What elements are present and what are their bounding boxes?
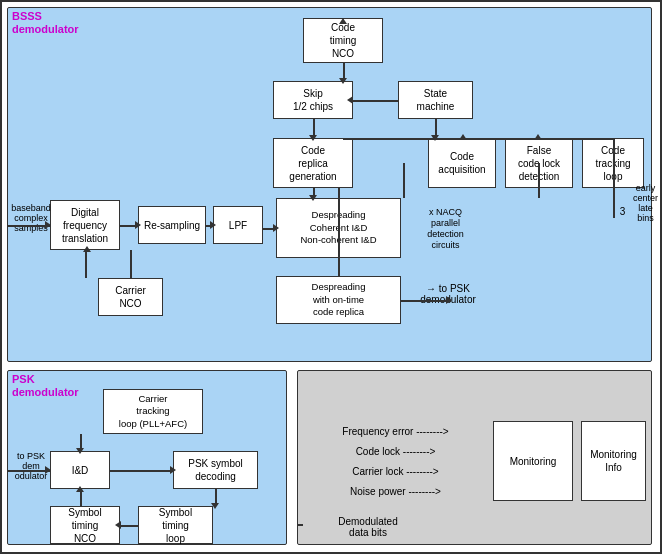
- arrow-demod-bits: [298, 524, 303, 526]
- state-machine-box: State machine: [398, 81, 473, 119]
- arrow-digfreq-down: [85, 250, 87, 278]
- arrowhead-despread-codeacq: [459, 134, 467, 140]
- nacq-label: x NACQ parallel detection circuits: [408, 206, 483, 250]
- arrowhead-codetiming-skip: [339, 78, 347, 84]
- arrowhead-resamp-lpf: [210, 221, 216, 229]
- carrier-nco-box: Carrier NCO: [98, 278, 163, 316]
- arrow-despread-codetrack: [613, 163, 615, 168]
- carrier-lock-label: Carrier lock -------->: [303, 466, 488, 477]
- code-lock-label: Code lock -------->: [303, 446, 488, 457]
- psk-arrow-input-iand: [8, 470, 50, 472]
- bsss-region: BSSS demodulator Code timing NCO Skip 1/…: [7, 7, 652, 362]
- arrow-carriernco-digfreq: [130, 250, 132, 278]
- arrowhead-digfreq-resamp: [135, 221, 141, 229]
- symbol-timing-loop-box: Symbol timing loop: [138, 506, 213, 544]
- arrow-despread-topsk: [401, 300, 451, 302]
- skip-chips-box: Skip 1/2 chips: [273, 81, 353, 119]
- arrow-state-skip: [353, 100, 398, 102]
- arrowhead-skip-codereplica: [309, 135, 317, 141]
- resampling-box: Re-sampling: [138, 206, 206, 244]
- arrow-despread-falsecode: [538, 163, 540, 198]
- monitoring-box: Monitoring: [493, 421, 573, 501]
- freq-error-label: Frequency error -------->: [303, 426, 488, 437]
- digital-freq-box: Digital frequency translation: [50, 200, 120, 250]
- lpf-box: LPF: [213, 206, 263, 244]
- demodulated-bits-label: Demodulated data bits: [303, 516, 433, 538]
- arrow-between-despreadings: [338, 258, 340, 276]
- arrow-input: [8, 225, 50, 227]
- psk-region: PSK demodulator Carrier tracking loop (P…: [7, 370, 287, 545]
- noise-power-label: Noise power -------->: [303, 486, 488, 497]
- psk-symbol-box: PSK symbol decoding: [173, 451, 258, 489]
- psk-arrowhead-input: [45, 466, 51, 474]
- arrowhead-lpf-despread: [273, 224, 279, 232]
- arrowhead-despread-falsecode: [534, 134, 542, 140]
- carrier-tracking-box: Carrier tracking loop (PLL+AFC): [103, 389, 203, 434]
- code-replica-box: Code replica generation: [273, 138, 353, 188]
- psk-arrow-iand-psk: [110, 470, 173, 472]
- arrowhead-despread-topsk: [446, 296, 452, 304]
- arrowhead-codetracking-up: [339, 18, 347, 24]
- psk-arrowhead-carrier-iand: [76, 448, 84, 454]
- arrowhead-codereplica-despread: [309, 195, 317, 201]
- early-center-late-label: early center late bins: [623, 183, 662, 223]
- three-label: 3: [615, 206, 630, 217]
- iand-d-box: I&D: [50, 451, 110, 489]
- psk-arrow-loop-nco: [120, 525, 138, 527]
- code-timing-nco-box: Code timing NCO: [303, 18, 383, 63]
- psk-arrowhead-loop-nco: [115, 521, 121, 529]
- arrowhead-input: [45, 221, 51, 229]
- psk-arrowhead-iand-psk: [170, 466, 176, 474]
- despreading-ontime-box: Despreading with on-time code replica: [276, 276, 401, 324]
- psk-arrowhead-symtco: [76, 486, 84, 492]
- arrow-codetracking-back: [343, 138, 613, 140]
- code-acquisition-box: Code acquisition: [428, 138, 496, 188]
- symbol-timing-nco-box: Symbol timing NCO: [50, 506, 120, 544]
- bsss-label: BSSS demodulator: [12, 10, 79, 36]
- monitoring-region: Monitoring Monitoring Info Frequency err…: [297, 370, 652, 545]
- arrowhead-state-skip: [347, 96, 353, 104]
- arrow-codetracking-up: [613, 138, 615, 218]
- psk-label: PSK demodulator: [12, 373, 79, 399]
- arrow-despread-codeacq: [403, 163, 405, 198]
- monitoring-info-box: Monitoring Info: [581, 421, 646, 501]
- psk-arrowhead-psksym-symloop: [211, 503, 219, 509]
- main-container: BSSS demodulator Code timing NCO Skip 1/…: [0, 0, 662, 554]
